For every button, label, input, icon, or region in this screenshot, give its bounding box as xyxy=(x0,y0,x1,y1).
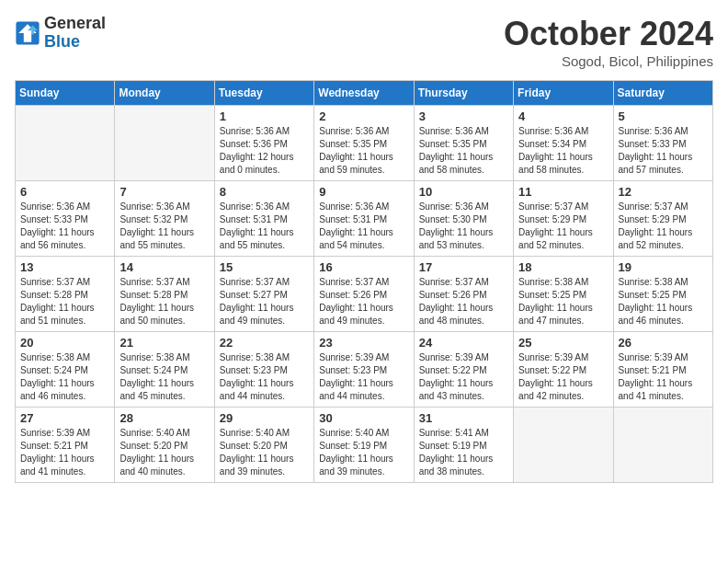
calendar-day: 14Sunrise: 5:37 AMSunset: 5:28 PMDayligh… xyxy=(115,257,214,332)
day-number: 16 xyxy=(319,260,408,274)
day-info: Sunrise: 5:36 AMSunset: 5:36 PMDaylight:… xyxy=(220,125,309,177)
day-number: 19 xyxy=(619,260,708,274)
calendar-table: Sunday Monday Tuesday Wednesday Thursday… xyxy=(15,80,713,483)
day-number: 10 xyxy=(419,185,508,199)
calendar-day: 5Sunrise: 5:36 AMSunset: 5:33 PMDaylight… xyxy=(613,106,712,181)
calendar-week-1: 1Sunrise: 5:36 AMSunset: 5:36 PMDaylight… xyxy=(16,106,713,181)
day-number: 4 xyxy=(518,109,608,123)
calendar-week-3: 13Sunrise: 5:37 AMSunset: 5:28 PMDayligh… xyxy=(16,257,713,332)
calendar-day xyxy=(613,408,712,483)
day-info: Sunrise: 5:38 AMSunset: 5:24 PMDaylight:… xyxy=(20,351,109,403)
calendar-day: 18Sunrise: 5:38 AMSunset: 5:25 PMDayligh… xyxy=(514,257,613,332)
calendar-day: 27Sunrise: 5:39 AMSunset: 5:21 PMDayligh… xyxy=(16,408,115,483)
calendar-day: 29Sunrise: 5:40 AMSunset: 5:20 PMDayligh… xyxy=(214,408,313,483)
day-number: 2 xyxy=(319,109,408,123)
day-info: Sunrise: 5:39 AMSunset: 5:23 PMDaylight:… xyxy=(319,351,408,403)
day-number: 29 xyxy=(220,411,309,425)
day-info: Sunrise: 5:37 AMSunset: 5:28 PMDaylight:… xyxy=(119,276,209,327)
day-info: Sunrise: 5:36 AMSunset: 5:33 PMDaylight:… xyxy=(20,201,109,252)
calendar-day: 15Sunrise: 5:37 AMSunset: 5:27 PMDayligh… xyxy=(214,257,313,332)
month-title: October 2024 xyxy=(504,15,713,53)
col-saturday: Saturday xyxy=(613,81,712,106)
day-info: Sunrise: 5:37 AMSunset: 5:26 PMDaylight:… xyxy=(419,276,508,327)
day-info: Sunrise: 5:36 AMSunset: 5:30 PMDaylight:… xyxy=(419,201,508,252)
calendar-day: 7Sunrise: 5:36 AMSunset: 5:32 PMDaylight… xyxy=(115,181,214,257)
day-number: 31 xyxy=(419,411,508,425)
calendar-day xyxy=(514,408,613,483)
logo-icon xyxy=(15,20,40,46)
day-number: 17 xyxy=(419,260,508,274)
calendar-day: 26Sunrise: 5:39 AMSunset: 5:21 PMDayligh… xyxy=(613,332,712,408)
day-number: 23 xyxy=(319,336,408,350)
day-number: 27 xyxy=(20,411,109,425)
day-info: Sunrise: 5:36 AMSunset: 5:32 PMDaylight:… xyxy=(119,201,209,252)
day-number: 24 xyxy=(419,336,508,350)
day-info: Sunrise: 5:39 AMSunset: 5:21 PMDaylight:… xyxy=(20,427,109,478)
calendar-day: 12Sunrise: 5:37 AMSunset: 5:29 PMDayligh… xyxy=(613,181,712,257)
day-number: 20 xyxy=(20,336,109,350)
day-number: 18 xyxy=(518,260,608,274)
day-number: 1 xyxy=(220,109,309,123)
day-number: 25 xyxy=(518,336,608,350)
day-number: 22 xyxy=(220,336,309,350)
day-info: Sunrise: 5:41 AMSunset: 5:19 PMDaylight:… xyxy=(419,427,508,478)
day-number: 13 xyxy=(20,260,109,274)
day-info: Sunrise: 5:37 AMSunset: 5:29 PMDaylight:… xyxy=(619,201,708,252)
day-info: Sunrise: 5:40 AMSunset: 5:20 PMDaylight:… xyxy=(119,427,209,478)
day-info: Sunrise: 5:37 AMSunset: 5:26 PMDaylight:… xyxy=(319,276,408,327)
day-info: Sunrise: 5:39 AMSunset: 5:22 PMDaylight:… xyxy=(419,351,508,403)
day-info: Sunrise: 5:38 AMSunset: 5:25 PMDaylight:… xyxy=(518,276,608,327)
calendar-day: 30Sunrise: 5:40 AMSunset: 5:19 PMDayligh… xyxy=(314,408,414,483)
day-number: 12 xyxy=(619,185,708,199)
day-number: 7 xyxy=(119,185,209,199)
calendar-day: 10Sunrise: 5:36 AMSunset: 5:30 PMDayligh… xyxy=(414,181,513,257)
col-tuesday: Tuesday xyxy=(214,81,313,106)
calendar-day: 8Sunrise: 5:36 AMSunset: 5:31 PMDaylight… xyxy=(214,181,313,257)
calendar-day: 11Sunrise: 5:37 AMSunset: 5:29 PMDayligh… xyxy=(514,181,613,257)
day-info: Sunrise: 5:40 AMSunset: 5:19 PMDaylight:… xyxy=(319,427,408,478)
col-thursday: Thursday xyxy=(414,81,513,106)
calendar-day: 16Sunrise: 5:37 AMSunset: 5:26 PMDayligh… xyxy=(314,257,414,332)
calendar-day: 28Sunrise: 5:40 AMSunset: 5:20 PMDayligh… xyxy=(115,408,214,483)
day-number: 30 xyxy=(319,411,408,425)
day-number: 28 xyxy=(119,411,209,425)
calendar-day: 3Sunrise: 5:36 AMSunset: 5:35 PMDaylight… xyxy=(414,106,513,181)
day-info: Sunrise: 5:37 AMSunset: 5:28 PMDaylight:… xyxy=(20,276,109,327)
day-number: 5 xyxy=(619,109,708,123)
title-block: October 2024 Sogod, Bicol, Philippines xyxy=(504,15,713,69)
calendar-day: 6Sunrise: 5:36 AMSunset: 5:33 PMDaylight… xyxy=(16,181,115,257)
day-number: 3 xyxy=(419,109,508,123)
day-info: Sunrise: 5:36 AMSunset: 5:31 PMDaylight:… xyxy=(319,201,408,252)
calendar-week-2: 6Sunrise: 5:36 AMSunset: 5:33 PMDaylight… xyxy=(16,181,713,257)
calendar-day: 20Sunrise: 5:38 AMSunset: 5:24 PMDayligh… xyxy=(16,332,115,408)
day-number: 14 xyxy=(119,260,209,274)
calendar-day: 19Sunrise: 5:38 AMSunset: 5:25 PMDayligh… xyxy=(613,257,712,332)
calendar-day: 31Sunrise: 5:41 AMSunset: 5:19 PMDayligh… xyxy=(414,408,513,483)
calendar-day: 23Sunrise: 5:39 AMSunset: 5:23 PMDayligh… xyxy=(314,332,414,408)
page-header: GeneralBlue October 2024 Sogod, Bicol, P… xyxy=(15,15,713,69)
day-number: 6 xyxy=(20,185,109,199)
calendar-day: 13Sunrise: 5:37 AMSunset: 5:28 PMDayligh… xyxy=(16,257,115,332)
day-info: Sunrise: 5:39 AMSunset: 5:21 PMDaylight:… xyxy=(619,351,708,403)
location-subtitle: Sogod, Bicol, Philippines xyxy=(504,53,713,69)
calendar-header-row: Sunday Monday Tuesday Wednesday Thursday… xyxy=(16,81,713,106)
col-wednesday: Wednesday xyxy=(314,81,414,106)
day-number: 9 xyxy=(319,185,408,199)
col-monday: Monday xyxy=(115,81,214,106)
calendar-day: 1Sunrise: 5:36 AMSunset: 5:36 PMDaylight… xyxy=(214,106,313,181)
day-number: 11 xyxy=(518,185,608,199)
day-info: Sunrise: 5:37 AMSunset: 5:27 PMDaylight:… xyxy=(220,276,309,327)
day-number: 8 xyxy=(220,185,309,199)
logo-text: GeneralBlue xyxy=(44,15,106,52)
calendar-day: 17Sunrise: 5:37 AMSunset: 5:26 PMDayligh… xyxy=(414,257,513,332)
col-sunday: Sunday xyxy=(16,81,115,106)
calendar-day: 25Sunrise: 5:39 AMSunset: 5:22 PMDayligh… xyxy=(514,332,613,408)
calendar-day: 24Sunrise: 5:39 AMSunset: 5:22 PMDayligh… xyxy=(414,332,513,408)
calendar-week-4: 20Sunrise: 5:38 AMSunset: 5:24 PMDayligh… xyxy=(16,332,713,408)
calendar-day: 22Sunrise: 5:38 AMSunset: 5:23 PMDayligh… xyxy=(214,332,313,408)
day-info: Sunrise: 5:36 AMSunset: 5:35 PMDaylight:… xyxy=(319,125,408,177)
calendar-day xyxy=(115,106,214,181)
day-info: Sunrise: 5:36 AMSunset: 5:35 PMDaylight:… xyxy=(419,125,508,177)
day-info: Sunrise: 5:36 AMSunset: 5:33 PMDaylight:… xyxy=(619,125,708,177)
day-info: Sunrise: 5:36 AMSunset: 5:31 PMDaylight:… xyxy=(220,201,309,252)
